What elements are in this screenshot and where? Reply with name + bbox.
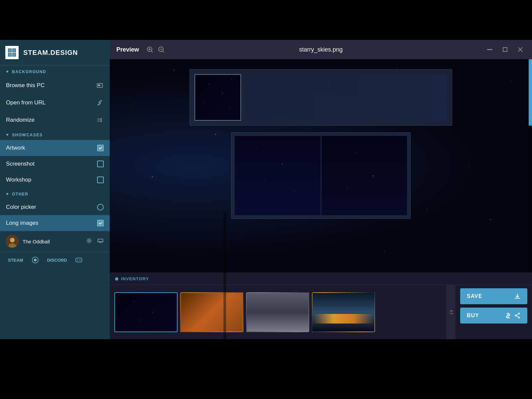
svg-point-14 bbox=[10, 238, 15, 242]
close-button[interactable] bbox=[515, 45, 525, 55]
showcases-section-header: SHOWCASES bbox=[0, 129, 110, 140]
bottom-panel: INVENTORY bbox=[110, 273, 532, 339]
svg-marker-8 bbox=[6, 71, 9, 73]
steam-tab[interactable]: STEAM bbox=[5, 256, 26, 264]
app-container: STEAM.DESIGN BACKGROUND Browse this PC O… bbox=[0, 40, 532, 339]
artwork-item[interactable]: Artwork bbox=[0, 140, 110, 156]
screenshot-panel-2 bbox=[322, 136, 407, 215]
scrollbar[interactable] bbox=[529, 59, 532, 273]
title-bar: Preview starry_skies.png bbox=[110, 40, 532, 59]
user-name: The Oddball bbox=[23, 239, 82, 244]
background-section-header: BACKGROUND bbox=[0, 66, 110, 77]
svg-rect-24 bbox=[487, 49, 492, 50]
other-section-header: OTHER bbox=[0, 188, 110, 199]
maximize-button[interactable] bbox=[500, 45, 510, 55]
minimize-button[interactable] bbox=[485, 45, 495, 55]
svg-rect-6 bbox=[8, 53, 11, 56]
filename-title: starry_skies.png bbox=[299, 46, 342, 53]
zoom-out-button[interactable] bbox=[156, 44, 167, 55]
inventory-content: SAVE BUY bbox=[110, 285, 532, 339]
open-url-item[interactable]: Open from URL bbox=[0, 94, 110, 111]
svg-rect-4 bbox=[8, 49, 11, 52]
link-icon bbox=[96, 99, 104, 107]
user-icons bbox=[86, 237, 104, 245]
inventory-thumb-3[interactable] bbox=[246, 292, 309, 332]
inbox-icon[interactable] bbox=[97, 237, 104, 245]
share-icon bbox=[514, 312, 521, 319]
randomize-item[interactable]: Randomize bbox=[0, 111, 110, 129]
save-button[interactable]: SAVE bbox=[460, 288, 527, 304]
showcase-screenshots-card bbox=[231, 132, 411, 219]
svg-point-28 bbox=[515, 315, 516, 316]
svg-rect-19 bbox=[76, 258, 82, 262]
screenshot-panel-1 bbox=[235, 136, 321, 215]
app-logo bbox=[5, 46, 19, 59]
browse-pc-item[interactable]: Browse this PC bbox=[0, 77, 110, 94]
scrollbar-thumb[interactable] bbox=[529, 59, 532, 126]
showcase-header-card bbox=[190, 69, 452, 126]
svg-rect-7 bbox=[13, 53, 16, 56]
discord-icon[interactable] bbox=[74, 255, 83, 265]
browse-icon bbox=[96, 81, 104, 89]
svg-point-27 bbox=[518, 317, 520, 318]
svg-point-20 bbox=[77, 260, 78, 261]
steam-icon[interactable] bbox=[31, 255, 40, 265]
inventory-header: INVENTORY bbox=[110, 273, 532, 285]
preview-canvas bbox=[110, 59, 532, 273]
artwork-thumbnail bbox=[195, 74, 241, 121]
workshop-item[interactable]: Workshop bbox=[0, 172, 110, 188]
color-picker-radio[interactable] bbox=[97, 204, 104, 210]
discord-tab[interactable]: DISCORD bbox=[45, 256, 70, 264]
svg-rect-10 bbox=[98, 84, 100, 86]
preview-content bbox=[110, 59, 532, 273]
sidebar: STEAM.DESIGN BACKGROUND Browse this PC O… bbox=[0, 40, 110, 339]
svg-point-16 bbox=[88, 240, 90, 242]
dollar-icon bbox=[505, 312, 511, 319]
inventory-thumb-4[interactable] bbox=[312, 292, 375, 332]
inventory-scroll-button[interactable] bbox=[446, 285, 456, 339]
sidebar-header: STEAM.DESIGN bbox=[0, 40, 110, 66]
svg-rect-25 bbox=[503, 48, 507, 52]
inventory-dot bbox=[115, 277, 118, 281]
window-controls bbox=[485, 45, 525, 55]
action-buttons: SAVE BUY bbox=[456, 285, 532, 339]
long-images-checkbox[interactable] bbox=[97, 220, 104, 226]
download-icon bbox=[514, 293, 521, 300]
workshop-checkbox[interactable] bbox=[97, 177, 104, 183]
svg-point-21 bbox=[79, 260, 80, 261]
screenshot-checkbox[interactable] bbox=[97, 161, 104, 167]
inventory-label: INVENTORY bbox=[121, 276, 149, 281]
bottom-black-bar bbox=[0, 339, 532, 399]
top-black-bar bbox=[0, 0, 532, 40]
long-images-item[interactable]: Long images bbox=[0, 215, 110, 231]
inventory-thumb-1[interactable] bbox=[114, 292, 178, 332]
svg-rect-5 bbox=[13, 49, 16, 52]
inventory-thumb-2[interactable] bbox=[180, 292, 243, 332]
screenshot-item[interactable]: Screenshot bbox=[0, 156, 110, 172]
inventory-thumbnails bbox=[110, 285, 446, 339]
settings-icon[interactable] bbox=[86, 237, 92, 245]
buy-button[interactable]: BUY bbox=[460, 308, 527, 324]
shuffle-icon bbox=[96, 116, 104, 124]
svg-marker-11 bbox=[6, 134, 9, 136]
svg-point-26 bbox=[518, 313, 520, 314]
avatar bbox=[6, 235, 19, 248]
main-area: Preview starry_skies.png bbox=[110, 40, 532, 339]
color-picker-item[interactable]: Color picker bbox=[0, 199, 110, 215]
user-row: The Oddball bbox=[0, 231, 110, 252]
preview-label: Preview bbox=[116, 46, 139, 53]
app-title: STEAM.DESIGN bbox=[23, 49, 78, 57]
zoom-in-button[interactable] bbox=[144, 44, 156, 55]
svg-point-18 bbox=[34, 259, 37, 261]
svg-marker-12 bbox=[6, 193, 9, 195]
artwork-checkbox[interactable] bbox=[97, 145, 104, 151]
sidebar-footer: STEAM DISCORD bbox=[0, 252, 110, 268]
